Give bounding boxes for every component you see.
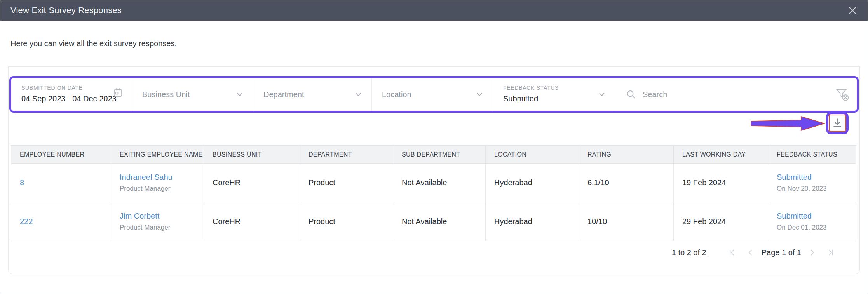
download-annotation-box [826,112,849,134]
employee-name-link[interactable]: Indraneel Sahu [120,173,173,181]
column-header-exiting-employee-name: EXITING EMPLOYEE NAME [111,146,204,164]
business-unit-filter[interactable]: Business Unit [132,78,253,111]
view-exit-survey-responses-modal: View Exit Survey Responses Here you can … [0,0,868,294]
rating-cell: 10/10 [579,202,674,241]
chevron-down-icon [475,90,484,99]
column-header-business-unit: BUSINESS UNIT [204,146,300,164]
business-unit-cell: CoreHR [204,164,300,202]
location-cell: Hyderabad [486,202,579,241]
modal-title-bar: View Exit Survey Responses [0,0,868,21]
filter-bar: SUBMITTED ON DATE 04 Sep 2023 - 04 Dec 2… [9,76,859,113]
chevron-down-icon [354,90,363,99]
page-indicator: Page 1 of 1 [762,248,801,257]
submitted-on-date-value: 04 Sep 2023 - 04 Dec 2023 [21,94,117,103]
table-row: 222 Jim Corbett Product Manager CoreHR P… [11,202,856,241]
pagination: 1 to 2 of 2 Page 1 of 1 [672,244,836,261]
column-header-feedback-status: FEEDBACK STATUS [768,146,856,164]
table-header-row: EMPLOYEE NUMBER EXITING EMPLOYEE NAME BU… [11,146,856,164]
submitted-on-date-filter[interactable]: SUBMITTED ON DATE 04 Sep 2023 - 04 Dec 2… [11,78,132,111]
column-header-location: LOCATION [486,146,579,164]
column-header-rating: RATING [579,146,674,164]
employee-number-link[interactable]: 222 [20,217,33,226]
chevron-down-icon [235,90,244,99]
feedback-status-filter[interactable]: FEEDBACK STATUS Submitted [493,78,615,111]
column-header-employee-number: EMPLOYEE NUMBER [11,146,111,164]
calendar-icon [113,87,123,98]
feedback-date: On Dec 01, 2023 [777,224,852,231]
employee-job-title: Product Manager [120,185,200,193]
search-input[interactable] [643,90,835,99]
responses-table-container: EMPLOYEE NUMBER EXITING EMPLOYEE NAME BU… [11,145,856,241]
chevron-left-icon [746,248,755,257]
department-placeholder: Department [263,90,304,99]
employee-job-title: Product Manager [120,224,200,231]
pagination-range: 1 to 2 of 2 [672,248,706,257]
business-unit-placeholder: Business Unit [142,90,190,99]
modal-description: Here you can view all the exit survey re… [10,39,177,48]
first-page-button[interactable] [727,247,737,257]
sub-department-cell: Not Available [393,202,486,241]
search-filter [615,78,857,111]
responses-table: EMPLOYEE NUMBER EXITING EMPLOYEE NAME BU… [11,145,856,241]
search-icon [626,89,636,100]
previous-page-button[interactable] [745,247,755,257]
close-button[interactable] [846,4,859,17]
close-icon [847,5,858,16]
column-header-last-working-day: LAST WORKING DAY [674,146,768,164]
department-filter[interactable]: Department [253,78,372,111]
arrow-annotation [751,116,825,131]
chevron-down-icon [597,90,607,99]
column-header-department: DEPARTMENT [300,146,393,164]
location-placeholder: Location [382,90,411,99]
feedback-status-link[interactable]: Submitted [777,212,812,220]
content-card: SUBMITTED ON DATE 04 Sep 2023 - 04 Dec 2… [8,66,860,274]
last-working-day-cell: 29 Feb 2024 [674,202,768,241]
location-cell: Hyderabad [486,164,579,202]
employee-number-link[interactable]: 8 [20,178,24,187]
feedback-status-link[interactable]: Submitted [777,173,812,181]
last-page-button[interactable] [826,247,836,257]
last-page-icon [827,248,835,257]
filter-clear-icon[interactable] [835,87,849,101]
business-unit-cell: CoreHR [204,202,300,241]
feedback-status-label: FEEDBACK STATUS [503,85,559,91]
submitted-on-date-label: SUBMITTED ON DATE [21,85,83,91]
modal-title: View Exit Survey Responses [10,5,122,16]
table-row: 8 Indraneel Sahu Product Manager CoreHR … [11,164,856,202]
feedback-date: On Nov 20, 2023 [777,185,852,193]
chevron-right-icon [808,248,817,257]
first-page-icon [727,248,736,257]
department-cell: Product [300,164,393,202]
rating-cell: 6.1/10 [579,164,674,202]
download-button[interactable] [829,115,846,132]
department-cell: Product [300,202,393,241]
download-icon [831,117,843,129]
feedback-status-value: Submitted [503,94,538,103]
next-page-button[interactable] [807,247,817,257]
sub-department-cell: Not Available [393,164,486,202]
last-working-day-cell: 19 Feb 2024 [674,164,768,202]
column-header-sub-department: SUB DEPARTMENT [393,146,486,164]
location-filter[interactable]: Location [372,78,493,111]
employee-name-link[interactable]: Jim Corbett [120,212,159,220]
